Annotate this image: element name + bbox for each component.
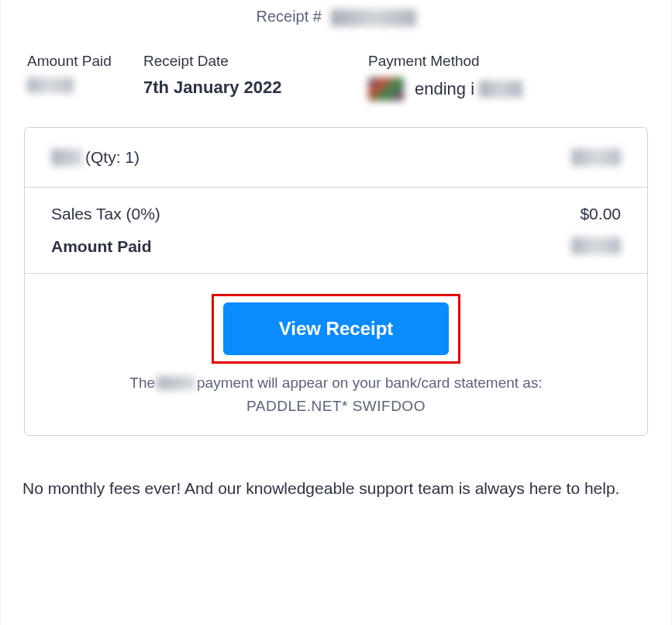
- amount-paid-row: Amount Paid: [51, 237, 621, 256]
- receipt-table: (Qty: 1) Sales Tax (0%) $0.00 Amount Pai…: [24, 127, 648, 436]
- card-last4-redacted: [479, 81, 522, 98]
- view-receipt-button[interactable]: View Receipt: [223, 302, 450, 355]
- statement-descriptor: PADDLE.NET* SWIFDOO: [25, 398, 647, 415]
- statement-prefix: The: [129, 375, 155, 392]
- amount-paid-label: Amount Paid: [27, 53, 143, 70]
- statement-suffix: payment will appear on your bank/card st…: [197, 375, 543, 392]
- summary-row: Amount Paid Receipt Date 7th January 202…: [9, 53, 663, 127]
- highlight-box: View Receipt: [212, 294, 461, 364]
- sales-tax-value: $0.00: [580, 205, 621, 223]
- statement-line: The payment will appear on your bank/car…: [25, 375, 647, 392]
- footer-text: No monthly fees ever! And our knowledgea…: [22, 476, 650, 502]
- amount-paid-value: [27, 78, 143, 93]
- line-item-row: (Qty: 1): [25, 128, 647, 188]
- receipt-date-value: 7th January 2022: [143, 78, 368, 98]
- card-ending-text: ending i: [415, 79, 474, 99]
- line-item-price-redacted: [571, 149, 621, 166]
- statement-redacted: [157, 376, 195, 390]
- summary-date-col: Receipt Date 7th January 2022: [143, 53, 368, 101]
- amount-paid-redacted: [27, 78, 74, 93]
- amount-paid-total-redacted: [571, 237, 621, 254]
- payment-method-value: ending i: [368, 78, 522, 101]
- action-section: View Receipt The payment will appear on …: [25, 274, 647, 435]
- line-item-qty: (Qty: 1): [85, 148, 140, 167]
- card-brand-icon-redacted: [368, 78, 404, 101]
- summary-method-col: Payment Method ending i: [368, 53, 522, 101]
- sales-tax-label: Sales Tax (0%): [51, 205, 160, 223]
- totals-section: Sales Tax (0%) $0.00 Amount Paid: [25, 188, 647, 274]
- payment-method-label: Payment Method: [368, 53, 522, 70]
- product-name-redacted: [51, 149, 82, 166]
- sales-tax-row: Sales Tax (0%) $0.00: [51, 205, 621, 223]
- receipt-number-value-redacted: [331, 9, 416, 26]
- receipt-date-label: Receipt Date: [143, 53, 368, 70]
- summary-amount-col: Amount Paid: [27, 53, 143, 101]
- receipt-number-header: Receipt #: [9, 8, 663, 26]
- amount-paid-total-label: Amount Paid: [51, 237, 152, 256]
- receipt-number-label: Receipt #: [256, 8, 322, 25]
